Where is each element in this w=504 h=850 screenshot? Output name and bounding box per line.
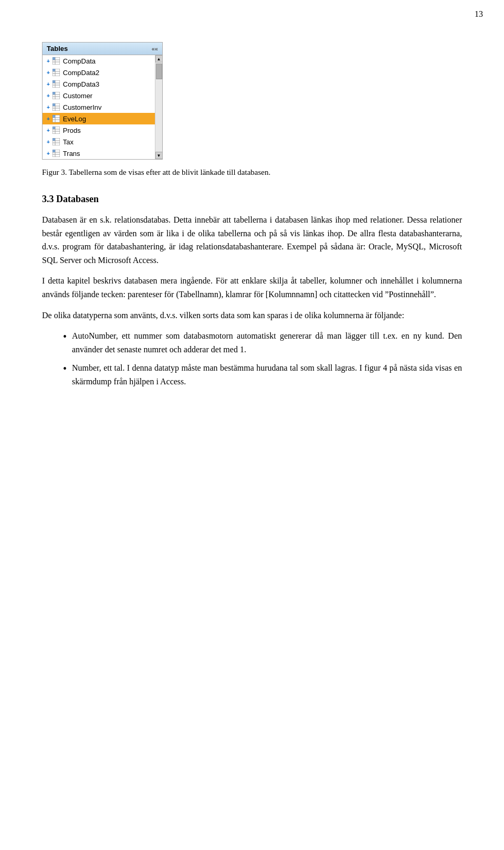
svg-rect-34 — [52, 127, 55, 129]
paragraph-2: I detta kapitel beskrivs databasen mera … — [42, 274, 462, 301]
expand-icon: + — [47, 104, 50, 110]
section-heading: 3.3 Databasen — [42, 194, 462, 205]
svg-rect-19 — [52, 92, 55, 95]
table-grid-icon — [52, 126, 60, 134]
table-grid-icon — [52, 103, 60, 111]
figure-caption: Figur 3. Tabellerna som de visas efter a… — [42, 168, 270, 177]
table-item-label: Customer — [63, 92, 92, 100]
scroll-up-arrow[interactable]: ▲ — [155, 55, 163, 62]
bullet-text: AutoNumber, ett nummer som databasmotorn… — [72, 329, 462, 356]
panel-collapse-icon[interactable]: «« — [152, 46, 158, 52]
panel-items-list: + CompData+ CompData2+ CompData3+ Custom… — [43, 55, 155, 159]
table-item[interactable]: + Trans — [43, 148, 155, 159]
bullet-dot: • — [63, 329, 67, 344]
table-grid-icon — [52, 138, 60, 146]
expand-icon: + — [47, 93, 50, 99]
scroll-down-arrow[interactable]: ▼ — [155, 152, 163, 159]
expand-icon: + — [47, 139, 50, 145]
svg-rect-39 — [52, 138, 55, 141]
table-item-label: CompData2 — [63, 69, 99, 77]
expand-icon: + — [47, 70, 50, 76]
table-item-label: CustomerInv — [63, 103, 102, 111]
table-item-label: EveLog — [63, 115, 86, 123]
tables-panel: Tables «« + CompData+ CompData2+ — [42, 42, 163, 160]
expand-icon: + — [47, 81, 50, 87]
table-item[interactable]: + Prods — [43, 124, 155, 136]
table-item-label: CompData — [63, 57, 96, 65]
table-grid-icon — [52, 80, 60, 88]
table-item[interactable]: + EveLog — [43, 113, 155, 124]
svg-rect-14 — [52, 80, 55, 83]
table-item[interactable]: + CompData — [43, 55, 155, 67]
figure-container: Tables «« + CompData+ CompData2+ — [42, 42, 462, 177]
svg-rect-9 — [52, 69, 55, 71]
panel-title: Tables — [47, 45, 68, 53]
table-item[interactable]: + CompData2 — [43, 67, 155, 78]
bullet-list: •AutoNumber, ett nummer som databasmotor… — [63, 329, 462, 388]
table-item[interactable]: + CompData3 — [43, 78, 155, 90]
table-item-label: Trans — [63, 150, 80, 158]
table-item-label: CompData3 — [63, 80, 99, 88]
expand-icon: + — [47, 128, 50, 133]
svg-rect-44 — [52, 150, 55, 152]
tables-panel-header: Tables «« — [43, 43, 162, 55]
bullet-text: Number, ett tal. I denna datatyp måste m… — [72, 361, 462, 388]
svg-rect-24 — [52, 103, 55, 106]
table-item[interactable]: + CustomerInv — [43, 101, 155, 113]
table-grid-icon — [52, 68, 60, 77]
table-grid-icon — [52, 57, 60, 65]
page-number: 13 — [475, 9, 483, 19]
expand-icon: + — [47, 58, 50, 64]
paragraph-1: Databasen är en s.k. relationsdatabas. D… — [42, 213, 462, 267]
scrollbar-track: ▲ ▼ — [155, 55, 162, 159]
table-grid-icon — [52, 149, 60, 158]
expand-icon: + — [47, 116, 50, 122]
svg-rect-29 — [52, 115, 55, 118]
table-grid-icon — [52, 114, 60, 123]
table-item[interactable]: + Tax — [43, 136, 155, 148]
expand-icon: + — [47, 151, 50, 156]
table-item[interactable]: + Customer — [43, 90, 155, 101]
list-item: •Number, ett tal. I denna datatyp måste … — [63, 361, 462, 388]
list-item: •AutoNumber, ett nummer som databasmotor… — [63, 329, 462, 356]
bullet-dot: • — [63, 361, 67, 376]
paragraph-3: De olika datatyperna som använts, d.v.s.… — [42, 309, 462, 322]
table-item-label: Tax — [63, 138, 74, 146]
svg-rect-4 — [52, 57, 55, 60]
table-grid-icon — [52, 91, 60, 100]
table-item-label: Prods — [63, 127, 81, 134]
scroll-thumb[interactable] — [156, 64, 162, 79]
